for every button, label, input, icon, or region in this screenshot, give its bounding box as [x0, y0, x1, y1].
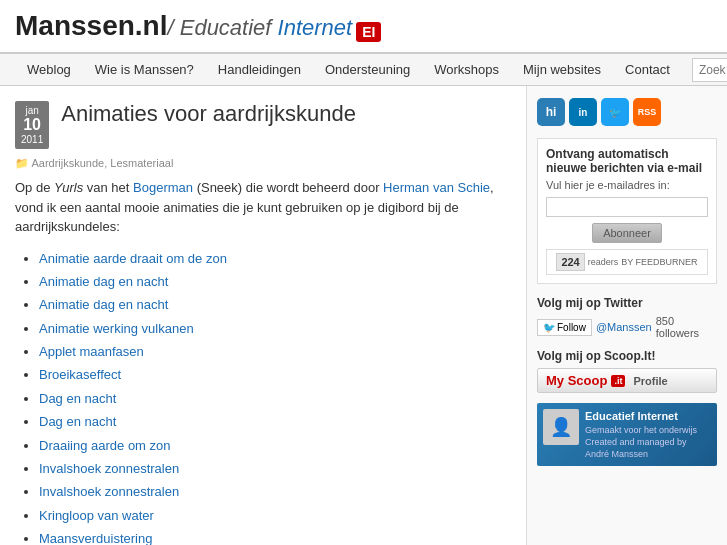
email-input[interactable]	[546, 197, 708, 217]
post-month: jan	[21, 105, 43, 116]
list-item: Applet maanfasen	[39, 340, 511, 363]
feedburner-label: readers	[588, 257, 619, 267]
abonneer-button[interactable]: Abonneer	[592, 223, 662, 243]
post-title: Animaties voor aardrijkskunde	[61, 101, 356, 127]
email-widget-title: Ontvang automatisch nieuwe berichten via…	[546, 147, 708, 175]
hi5-icon[interactable]: hi	[537, 98, 565, 126]
list-item: Draaiing aarde om zon	[39, 434, 511, 457]
link-9[interactable]: Invalshoek zonnestralen	[39, 461, 179, 476]
category-aardrijkskunde[interactable]: Aardrijkskunde	[31, 157, 104, 169]
link-0[interactable]: Animatie aarde draait om de zon	[39, 251, 227, 266]
feedburner-badge: 224 readers BY FEEDBURNER	[546, 249, 708, 275]
link-3[interactable]: Animatie werking vulkanen	[39, 321, 194, 336]
search-wrap: 🔍	[692, 58, 727, 82]
list-item: Animatie werking vulkanen	[39, 317, 511, 340]
feedburner-by: BY FEEDBURNER	[621, 257, 697, 267]
nav-handleidingen[interactable]: Handleidingen	[206, 54, 313, 85]
nav-wie[interactable]: Wie is Manssen?	[83, 54, 206, 85]
list-item: Broeikaseffect	[39, 363, 511, 386]
link-7[interactable]: Dag en nacht	[39, 414, 116, 429]
list-item: Invalshoek zonnestralen	[39, 480, 511, 503]
link-1[interactable]: Animatie dag en nacht	[39, 274, 168, 289]
twitter-widget: Volg mij op Twitter 🐦 Follow @Manssen 85…	[537, 296, 717, 339]
post-meta: 📁 Aardrijkskunde, Lesmateriaal	[15, 155, 511, 170]
scoop-badge: .it	[611, 375, 625, 387]
bogerman-link[interactable]: Bogerman	[133, 180, 193, 195]
twitter-bird-icon: 🐦	[543, 322, 555, 333]
list-item: Maansverduistering	[39, 527, 511, 545]
link-8[interactable]: Draaiing aarde om zon	[39, 438, 171, 453]
post-day: 10	[21, 116, 43, 134]
sidebar: hi in 🐦 RSS Ontvang automatisch nieuwe b…	[527, 86, 727, 545]
post-intro: Op de Yurls van het Bogerman (Sneek) die…	[15, 178, 511, 237]
nav-weblog[interactable]: Weblog	[15, 54, 83, 85]
scoop-widget: Volg mij op Scoop.It! My Scoop .it Profi…	[537, 349, 717, 393]
list-item: Animatie dag en nacht	[39, 270, 511, 293]
educatief-banner: 👤 Educatief Internet Gemaakt voor het on…	[537, 403, 717, 466]
feedburner-count: 224	[556, 253, 584, 271]
logo: Manssen.nl/ Educatief InternetEI	[15, 10, 381, 42]
twitter-follow: 🐦 Follow @Manssen 850 followers	[537, 315, 717, 339]
twitter-title: Volg mij op Twitter	[537, 296, 717, 310]
post-date: jan 10 2011	[15, 101, 49, 149]
banner-text: Educatief Internet Gemaakt voor het onde…	[585, 409, 711, 460]
link-12[interactable]: Maansverduistering	[39, 531, 152, 545]
link-2[interactable]: Animatie dag en nacht	[39, 297, 168, 312]
email-widget: Ontvang automatisch nieuwe berichten via…	[537, 138, 717, 284]
twitter-follow-button[interactable]: 🐦 Follow	[537, 319, 592, 336]
link-6[interactable]: Dag en nacht	[39, 391, 116, 406]
main-content: jan 10 2011 Animaties voor aardrijkskund…	[0, 86, 727, 545]
scoop-profile-label: Profile	[633, 375, 667, 387]
twitter-icon-social[interactable]: 🐦	[601, 98, 629, 126]
list-item: Animatie dag en nacht	[39, 293, 511, 316]
search-input[interactable]	[692, 58, 727, 82]
twitter-handle[interactable]: @Manssen	[596, 321, 652, 333]
scoop-profile-button[interactable]: My Scoop .it Profile	[537, 368, 717, 393]
banner-credit: Created and managed by André Manssen	[585, 437, 711, 460]
post-link-list: Animatie aarde draait om de zon Animatie…	[15, 247, 511, 546]
nav-mijn[interactable]: Mijn websites	[511, 54, 613, 85]
banner-title: Educatief Internet	[585, 409, 711, 423]
link-5[interactable]: Broeikaseffect	[39, 367, 121, 382]
main-nav: Weblog Wie is Manssen? Handleidingen Ond…	[0, 54, 727, 86]
list-item: Dag en nacht	[39, 410, 511, 433]
email-sub-label: Vul hier je e-mailadres in:	[546, 179, 708, 191]
linkedin-icon[interactable]: in	[569, 98, 597, 126]
list-item: Kringloop van water	[39, 504, 511, 527]
post-year: 2011	[21, 134, 43, 145]
link-4[interactable]: Applet maanfasen	[39, 344, 144, 359]
scoop-logo: My Scoop	[546, 373, 607, 388]
scoop-title: Volg mij op Scoop.It!	[537, 349, 717, 363]
folder-icon: 📁	[15, 157, 29, 169]
logo-subtitle: / Educatief Internet	[167, 15, 352, 40]
nav-items: Weblog Wie is Manssen? Handleidingen Ond…	[15, 54, 682, 85]
logo-text: Manssen.nl	[15, 10, 167, 41]
herman-link[interactable]: Herman van Schie	[383, 180, 490, 195]
site-header: Manssen.nl/ Educatief InternetEI	[0, 0, 727, 54]
follow-label: Follow	[557, 322, 586, 333]
banner-subtitle: Gemaakt voor het onderwijs	[585, 425, 711, 437]
banner-avatar: 👤	[543, 409, 579, 445]
list-item: Dag en nacht	[39, 387, 511, 410]
nav-ondersteuning[interactable]: Ondersteuning	[313, 54, 422, 85]
category-lesmateriaal[interactable]: Lesmateriaal	[110, 157, 173, 169]
list-item: Animatie aarde draait om de zon	[39, 247, 511, 270]
nav-contact[interactable]: Contact	[613, 54, 682, 85]
rss-icon[interactable]: RSS	[633, 98, 661, 126]
social-icons: hi in 🐦 RSS	[537, 98, 717, 126]
post-content: jan 10 2011 Animaties voor aardrijkskund…	[0, 86, 527, 545]
twitter-followers: 850 followers	[656, 315, 717, 339]
nav-workshops[interactable]: Workshops	[422, 54, 511, 85]
link-10[interactable]: Invalshoek zonnestralen	[39, 484, 179, 499]
list-item: Invalshoek zonnestralen	[39, 457, 511, 480]
link-11[interactable]: Kringloop van water	[39, 508, 154, 523]
ei-badge: EI	[356, 22, 381, 42]
